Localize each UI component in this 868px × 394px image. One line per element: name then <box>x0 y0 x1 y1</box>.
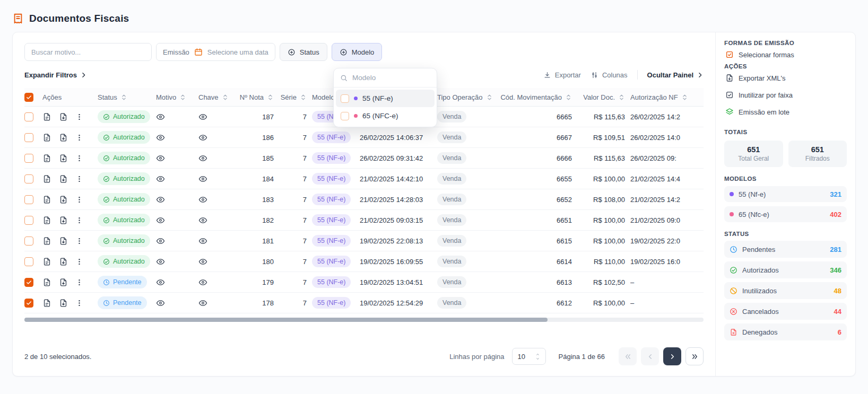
model-option-55[interactable]: 55 (NF-e) <box>336 90 435 107</box>
document-export-icon[interactable] <box>59 237 68 246</box>
model-option-65[interactable]: 65 (NFC-e) <box>336 107 435 125</box>
eye-icon[interactable] <box>198 278 207 287</box>
hide-panel-button[interactable]: Ocultar Painel <box>647 71 704 79</box>
column-header-cod-movimentacao[interactable]: Cód. Movimentação <box>500 93 577 101</box>
document-export-icon[interactable] <box>59 174 68 183</box>
row-checkbox[interactable] <box>24 174 33 183</box>
first-page-button[interactable] <box>619 347 637 365</box>
export-xml-button[interactable]: Exportar XML's <box>724 69 847 86</box>
column-header-status[interactable]: Status <box>98 93 156 101</box>
document-icon[interactable] <box>42 195 51 204</box>
document-icon[interactable] <box>42 174 51 183</box>
document-icon[interactable] <box>42 299 51 308</box>
kebab-menu-icon[interactable] <box>75 134 83 142</box>
eye-icon[interactable] <box>156 299 165 308</box>
eye-icon[interactable] <box>156 237 165 246</box>
document-icon[interactable] <box>42 133 51 142</box>
column-header-serie[interactable]: Série <box>279 93 312 101</box>
document-export-icon[interactable] <box>59 278 68 287</box>
document-export-icon[interactable] <box>59 112 68 121</box>
row-checkbox[interactable] <box>24 112 33 121</box>
document-icon[interactable] <box>42 278 51 287</box>
kebab-menu-icon[interactable] <box>75 113 83 121</box>
document-icon[interactable] <box>42 154 51 163</box>
emission-date-filter[interactable]: Emissão Selecione uma data <box>156 43 275 61</box>
row-checkbox[interactable] <box>24 154 33 163</box>
status-filter-button[interactable]: Status <box>280 43 327 61</box>
eye-icon[interactable] <box>198 216 207 225</box>
model-65-row[interactable]: 65 (Nfc-e) 402 <box>724 206 847 222</box>
kebab-menu-icon[interactable] <box>75 154 83 162</box>
document-export-icon[interactable] <box>59 154 68 163</box>
kebab-menu-icon[interactable] <box>75 278 83 286</box>
next-page-button[interactable] <box>663 347 681 365</box>
eye-icon[interactable] <box>198 174 207 183</box>
column-header-chave[interactable]: Chave <box>198 93 239 101</box>
document-icon[interactable] <box>42 216 51 225</box>
status-pendentes-row[interactable]: Pendentes 281 <box>724 241 847 258</box>
status-denegados-row[interactable]: Denegados 6 <box>724 323 847 340</box>
kebab-menu-icon[interactable] <box>75 258 83 266</box>
kebab-menu-icon[interactable] <box>75 299 83 307</box>
model-search-input[interactable] <box>352 74 430 82</box>
search-motivo-input[interactable] <box>31 48 145 56</box>
column-header-valor-doc[interactable]: Valor Doc. <box>577 93 630 101</box>
batch-emission-button[interactable]: Emissão em lote <box>724 103 847 120</box>
last-page-button[interactable] <box>685 347 704 365</box>
kebab-menu-icon[interactable] <box>75 196 83 204</box>
model-55-row[interactable]: 55 (Nf-e) 321 <box>724 186 847 202</box>
row-checkbox[interactable] <box>24 278 33 287</box>
document-icon[interactable] <box>42 237 51 246</box>
eye-icon[interactable] <box>156 195 165 204</box>
eye-icon[interactable] <box>198 257 207 266</box>
status-inutilizados-row[interactable]: Inutilizados 48 <box>724 282 847 299</box>
column-header-tipo-operacao[interactable]: Tipo Operação <box>437 93 500 101</box>
row-checkbox[interactable] <box>24 257 33 266</box>
eye-icon[interactable] <box>156 133 165 142</box>
eye-icon[interactable] <box>198 195 207 204</box>
document-export-icon[interactable] <box>59 133 68 142</box>
option-checkbox[interactable] <box>341 112 349 120</box>
document-icon[interactable] <box>42 112 51 121</box>
eye-icon[interactable] <box>156 154 165 163</box>
column-header-motivo[interactable]: Motivo <box>156 93 198 101</box>
eye-icon[interactable] <box>156 278 165 287</box>
option-checkbox[interactable] <box>341 94 349 103</box>
previous-page-button[interactable] <box>641 347 659 365</box>
eye-icon[interactable] <box>156 257 165 266</box>
select-forms-button[interactable]: Selecionar formas <box>724 46 847 63</box>
kebab-menu-icon[interactable] <box>75 175 83 183</box>
column-header-autorizacao[interactable]: Autorização NF <box>630 93 704 101</box>
row-checkbox[interactable] <box>24 237 33 246</box>
document-export-icon[interactable] <box>59 257 68 266</box>
document-export-icon[interactable] <box>59 299 68 308</box>
model-filter-button[interactable]: Modelo <box>332 43 383 61</box>
eye-icon[interactable] <box>156 216 165 225</box>
eye-icon[interactable] <box>198 237 207 246</box>
document-export-icon[interactable] <box>59 195 68 204</box>
eye-icon[interactable] <box>198 154 207 163</box>
eye-icon[interactable] <box>198 112 207 121</box>
kebab-menu-icon[interactable] <box>75 216 83 224</box>
eye-icon[interactable] <box>198 299 207 308</box>
expand-filters-button[interactable]: Expandir Filtros <box>24 71 87 79</box>
eye-icon[interactable] <box>156 174 165 183</box>
select-all-checkbox[interactable] <box>24 93 33 102</box>
eye-icon[interactable] <box>198 133 207 142</box>
columns-button[interactable]: Colunas <box>591 71 628 79</box>
kebab-menu-icon[interactable] <box>75 237 83 245</box>
page-size-select[interactable]: 10 <box>512 348 546 365</box>
document-export-icon[interactable] <box>59 216 68 225</box>
status-autorizados-row[interactable]: Autorizados 346 <box>724 261 847 278</box>
void-range-button[interactable]: Inutilizar por faixa <box>724 86 847 103</box>
row-checkbox[interactable] <box>24 195 33 204</box>
document-icon[interactable] <box>42 257 51 266</box>
row-checkbox[interactable] <box>24 133 33 142</box>
status-cancelados-row[interactable]: Cancelados 44 <box>724 303 847 320</box>
scrollbar-thumb[interactable] <box>24 318 548 322</box>
row-checkbox[interactable] <box>24 299 33 308</box>
row-checkbox[interactable] <box>24 216 33 225</box>
column-header-nota[interactable]: Nº Nota <box>239 93 279 101</box>
eye-icon[interactable] <box>156 112 165 121</box>
export-button[interactable]: Exportar <box>543 71 581 79</box>
